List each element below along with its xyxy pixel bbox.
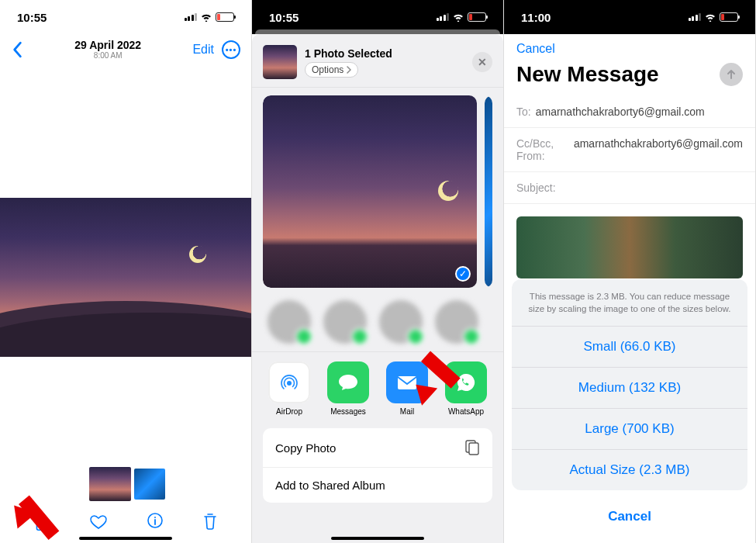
preview-photo[interactable] (485, 95, 492, 288)
nav-bar: 29 April 2022 8:00 AM Edit ••• (0, 34, 251, 66)
share-button[interactable] (33, 512, 50, 532)
moon-graphic (438, 181, 458, 201)
home-indicator[interactable] (79, 537, 172, 540)
selected-check-icon: ✓ (455, 266, 471, 282)
airdrop-icon (268, 361, 310, 403)
photo-date: 29 April 2022 (74, 39, 141, 51)
close-button[interactable]: ✕ (472, 52, 492, 72)
home-indicator[interactable] (331, 537, 424, 540)
compose-title: New Message (516, 62, 659, 87)
photo-date-header: 29 April 2022 8:00 AM (74, 39, 141, 60)
favorite-button[interactable] (89, 512, 108, 532)
app-mail[interactable]: Mail (378, 361, 437, 416)
add-shared-album-action[interactable]: Add to Shared Album (263, 468, 492, 503)
selected-photo-thumb (263, 45, 297, 79)
bottom-toolbar (0, 512, 251, 532)
status-time: 10:55 (269, 11, 299, 24)
app-label: Mail (400, 407, 414, 416)
svg-point-2 (287, 381, 292, 386)
ccbcc-label: Cc/Bcc, From: (516, 137, 569, 162)
svg-point-1 (154, 517, 156, 518)
action-sheet-message: This message is 2.3 MB. You can reduce m… (512, 279, 747, 327)
copy-icon (464, 439, 480, 456)
share-sheet-screen: 10:55 1 Photo Selected Options ✕ ✓ (252, 0, 504, 543)
share-apps-row: AirDrop Messages Mail WhatsApp (252, 351, 503, 420)
contact-avatar[interactable] (268, 300, 311, 344)
photo-time: 8:00 AM (74, 51, 141, 60)
wifi-icon (200, 12, 212, 22)
whatsapp-icon (445, 361, 487, 403)
battery-icon (468, 12, 486, 22)
action-sheet-cancel[interactable]: Cancel (512, 496, 747, 537)
action-label: Copy Photo (275, 441, 336, 455)
subject-field[interactable]: Subject: (504, 172, 755, 204)
contact-avatar[interactable] (323, 300, 367, 344)
status-indicators (689, 12, 739, 22)
battery-icon (216, 12, 234, 22)
status-indicators (437, 12, 487, 22)
photo-carousel[interactable]: ✓ (263, 95, 492, 288)
suggested-contacts (252, 296, 503, 351)
attached-image[interactable] (516, 216, 743, 278)
info-button[interactable] (147, 512, 164, 532)
svg-rect-5 (469, 443, 478, 455)
options-label: Options (312, 64, 343, 75)
signal-icon (689, 13, 702, 21)
app-label: AirDrop (276, 407, 302, 416)
back-button[interactable] (11, 41, 23, 58)
delete-button[interactable] (202, 512, 218, 532)
photo-preview[interactable] (0, 198, 251, 357)
status-bar: 10:55 (0, 0, 251, 34)
subject-label: Subject: (516, 182, 556, 194)
preview-photo[interactable]: ✓ (263, 95, 477, 288)
thumbnail-selected[interactable] (89, 467, 131, 501)
share-actions-list: Copy Photo Add to Shared Album (263, 428, 492, 503)
mail-icon (386, 361, 428, 403)
signal-icon (185, 13, 198, 21)
thumbnail[interactable] (134, 469, 165, 500)
status-time: 10:55 (17, 11, 47, 24)
compose-title-row: New Message (504, 59, 755, 96)
share-sheet-title: 1 Photo Selected (305, 47, 392, 60)
more-button[interactable]: ••• (222, 40, 240, 59)
copy-photo-action[interactable]: Copy Photo (263, 428, 492, 468)
thumbnail-strip[interactable] (0, 469, 251, 500)
status-indicators (185, 12, 235, 22)
contact-avatar[interactable] (379, 300, 423, 344)
edit-button[interactable]: Edit (192, 43, 214, 57)
mail-compose-screen: 11:00 Cancel New Message To: amarnathcha… (504, 0, 756, 543)
contact-avatar[interactable] (435, 300, 478, 344)
options-button[interactable]: Options (305, 62, 358, 78)
size-option-actual[interactable]: Actual Size (2.3 MB) (512, 450, 747, 490)
action-label: Add to Shared Album (275, 479, 385, 492)
to-field[interactable]: To: amarnathchakraborty6@gmail.com (504, 96, 755, 128)
ccbcc-field[interactable]: Cc/Bcc, From: amarnathchakraborty6@gmail… (504, 128, 755, 172)
share-sheet-header: 1 Photo Selected Options ✕ (252, 34, 503, 88)
cancel-button[interactable]: Cancel (504, 34, 755, 59)
chevron-right-icon (347, 66, 351, 74)
to-label: To: (516, 105, 531, 118)
moon-graphic (189, 246, 206, 263)
status-time: 11:00 (521, 11, 551, 24)
ccbcc-value: amarnathchakraborty6@gmail.com (574, 137, 743, 162)
app-messages[interactable]: Messages (319, 361, 378, 416)
size-option-small[interactable]: Small (66.0 KB) (512, 327, 747, 368)
app-label: WhatsApp (448, 407, 484, 416)
messages-icon (327, 361, 369, 403)
photos-viewer-screen: 10:55 29 April 2022 8:00 AM Edit ••• (0, 0, 252, 543)
wifi-icon (704, 12, 716, 22)
status-bar: 11:00 (504, 0, 755, 34)
size-option-large[interactable]: Large (700 KB) (512, 409, 747, 450)
wifi-icon (452, 12, 464, 22)
app-whatsapp[interactable]: WhatsApp (437, 361, 495, 416)
app-label: Messages (330, 407, 366, 416)
to-value: amarnathchakraborty6@gmail.com (536, 105, 705, 118)
battery-icon (720, 12, 738, 22)
size-option-medium[interactable]: Medium (132 KB) (512, 368, 747, 409)
svg-rect-3 (398, 376, 416, 389)
signal-icon (437, 13, 450, 21)
size-action-sheet: This message is 2.3 MB. You can reduce m… (512, 279, 747, 537)
send-button[interactable] (720, 63, 743, 86)
share-sheet: 1 Photo Selected Options ✕ ✓ (252, 34, 503, 543)
app-airdrop[interactable]: AirDrop (260, 361, 319, 416)
